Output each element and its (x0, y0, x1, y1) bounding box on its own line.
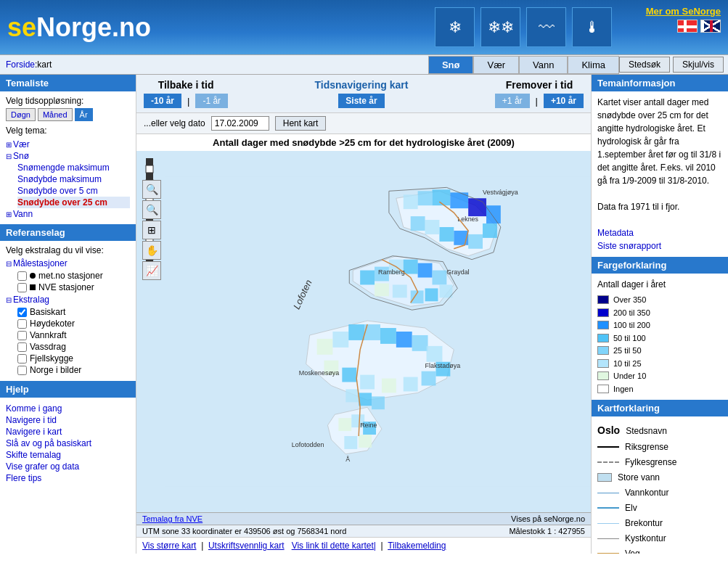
fjellskygge-item: Fjellskygge (17, 353, 130, 364)
svg-rect-33 (404, 260, 418, 274)
btn-plus1[interactable]: +1 år (495, 94, 530, 108)
fjellskygge-check[interactable] (17, 354, 27, 364)
date-input[interactable] (211, 116, 269, 131)
breadcrumb-home[interactable]: Forside (6, 59, 35, 70)
tab-vaer[interactable]: Vær (473, 56, 519, 74)
zoom-out-button[interactable]: 🔍 (142, 200, 161, 219)
hjelp-grafer-data[interactable]: Vise grafer og data (6, 461, 130, 472)
svg-rect-25 (468, 234, 483, 249)
res-dogn[interactable]: Døgn (6, 108, 36, 121)
fargeforklaring-content: Antall dager i året Over 350200 til 3501… (592, 274, 728, 400)
vassdrag-check[interactable] (17, 342, 27, 352)
snodybde-maks[interactable]: Snødybde maksimum (17, 173, 130, 185)
hjelp-basiskart[interactable]: Slå av og på basiskart (6, 438, 130, 448)
hoydekoter-check[interactable] (17, 319, 27, 329)
theme-sno[interactable]: ⊟ Snø (6, 150, 130, 162)
velg-tema-label: Velg tema: (6, 126, 130, 136)
stedssok-button[interactable]: Stedsøk (619, 57, 670, 73)
norge-bilder-check[interactable] (17, 366, 27, 375)
theme-vaer[interactable]: ⊞ Vær (6, 139, 130, 150)
temalag-nve-link[interactable]: Temalag fra NVE (142, 514, 203, 523)
fjellskygge-label: Fjellskygge (30, 353, 73, 364)
pan-button[interactable]: ✋ (142, 241, 161, 260)
ekstralag-tree[interactable]: ⊟ Ekstralag (6, 294, 130, 305)
thermometer-icon[interactable]: 🌡 (572, 7, 612, 47)
ekstralag-expander: ⊟ (6, 296, 12, 304)
kystkontur-label: Kystkontur (625, 532, 666, 545)
utskrift-link[interactable]: Utskriftsvennlig kart (208, 541, 285, 551)
tab-klima[interactable]: Klima (568, 56, 619, 74)
hjelp-skifte-temalag[interactable]: Skifte temalag (6, 450, 130, 460)
sep2: | (536, 96, 538, 107)
btn-minus1[interactable]: -1 år (195, 94, 228, 108)
btn-siste[interactable]: Siste år (338, 94, 384, 108)
time-nav-center: Tidsnavigering kart Siste år (315, 79, 409, 108)
zoom-in-button[interactable]: 🔍 (142, 180, 161, 199)
nve-stasjoner-check[interactable] (17, 283, 27, 292)
legend-label: 10 til 25 (613, 358, 642, 370)
vis-link-link[interactable]: Vis link til dette kartet| (292, 541, 376, 551)
uk-flag[interactable] (700, 20, 721, 33)
vann-label: Vann (13, 209, 33, 219)
nve-stasjoner-item: NVE stasjoner (17, 282, 130, 292)
tilbakemelding-link[interactable]: Tilbakemelding (388, 541, 446, 551)
vassdrag-label: Vassdrag (30, 342, 66, 352)
kart-kystkontur: Kystkontur (597, 532, 722, 545)
logo[interactable]: seNorge.no (7, 12, 151, 43)
svg-rect-54 (342, 368, 356, 382)
svg-rect-62 (359, 435, 372, 448)
btn-plus10[interactable]: +10 år (544, 94, 584, 108)
hjelp-navigere-tid[interactable]: Navigere i tid (6, 415, 130, 425)
brekontur-line (597, 523, 619, 524)
svg-rect-43 (348, 324, 364, 340)
skjul-vis-button[interactable]: Skjul/vis (673, 57, 724, 73)
antall-dager-label: Antall dager i året (597, 278, 722, 291)
map-bottom-bar: Temalag fra NVE Vises på seNorge.no (136, 512, 591, 525)
tab-vann[interactable]: Vann (519, 56, 568, 74)
map-area[interactable]: Lofoten Vestvágjøya Leknes Ramberg Grayd… (136, 151, 591, 512)
hjelp-komme-i-gang[interactable]: Komme i gang (6, 403, 130, 414)
svg-rect-50 (422, 371, 436, 386)
metadata-link[interactable]: Metadata (597, 228, 634, 238)
map-toolbar: 🔍 🔍 ⊞ ✋ 📈 (142, 180, 161, 280)
malestasjoner-tree[interactable]: ⊟ Målestasjoner (6, 258, 130, 269)
hjelp-flere-tips[interactable]: Flere tips (6, 473, 130, 483)
snow-icon[interactable]: ❄ (435, 7, 475, 47)
svg-rect-0 (146, 158, 153, 165)
legend-item: 50 til 100 (597, 332, 722, 345)
snomengde-maks[interactable]: Snømengde maksimum (17, 162, 130, 173)
snodybde-25cm[interactable]: Snødybde over 25 cm (17, 197, 130, 208)
oslo-text: Oslo (597, 423, 620, 438)
res-maned[interactable]: Måned (38, 108, 73, 121)
basiskart-check[interactable] (17, 308, 27, 317)
btn-minus10[interactable]: -10 år (144, 94, 181, 108)
snodybde-5cm[interactable]: Snødybde over 5 cm (17, 185, 130, 197)
met-stasjoner-check[interactable] (17, 271, 27, 281)
flakstadoya-label: Flakstadøya (425, 362, 461, 369)
svg-rect-47 (412, 335, 428, 351)
vannkraft-check[interactable] (17, 331, 27, 340)
tab-sno[interactable]: Snø (428, 56, 474, 74)
identify-button[interactable]: 📈 (142, 261, 161, 280)
full-extent-button[interactable]: ⊞ (142, 221, 161, 239)
time-nav-title: Tidsnavigering kart (315, 79, 409, 91)
logo-norge: Norge.no (36, 12, 151, 42)
hjelp-navigere-kart[interactable]: Navigere i kart (6, 427, 130, 437)
siste-snorapport-link[interactable]: Siste snørapport (597, 241, 661, 251)
res-ar[interactable]: År (75, 108, 93, 121)
svg-rect-63 (344, 436, 357, 449)
norwegian-flag[interactable] (677, 20, 698, 33)
theme-vann[interactable]: ⊞ Vann (6, 208, 130, 220)
wave-icon[interactable]: 〰 (526, 7, 566, 47)
legend-item: 10 til 25 (597, 358, 722, 370)
sep1: | (187, 96, 189, 107)
snowflake-icon[interactable]: ❄❄ (480, 7, 520, 47)
store-vann-rect (597, 473, 612, 482)
vis-storre-link[interactable]: Vis større kart (142, 541, 196, 551)
hjelp-section: Hjelp Komme i gang Navigere i tid Navige… (0, 381, 136, 489)
mer-om-link[interactable]: Mer om SeNorge (646, 6, 721, 17)
nav-right: Stedsøk Skjul/vis (619, 57, 728, 73)
legend-item: Ingen (597, 383, 722, 395)
svg-rect-34 (418, 263, 433, 278)
hent-kart-button[interactable]: Hent kart (275, 116, 327, 131)
